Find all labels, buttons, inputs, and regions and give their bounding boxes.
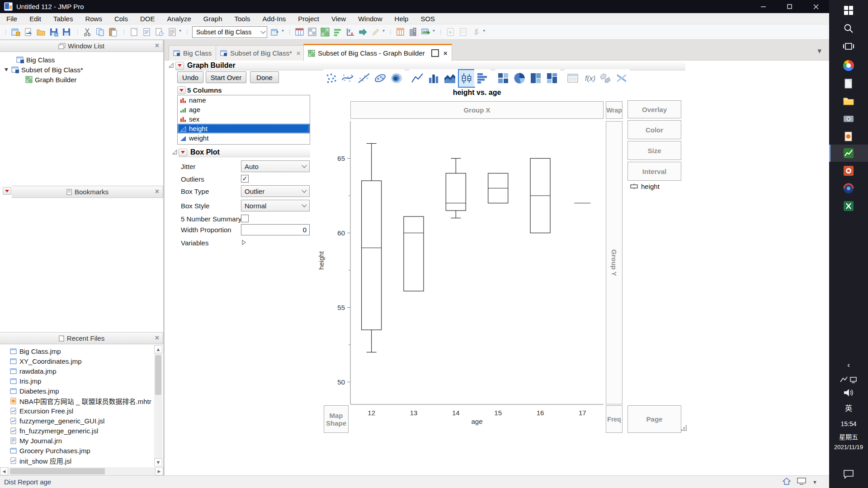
script-doc-icon[interactable] (458, 26, 469, 38)
add-image-icon[interactable] (420, 26, 432, 38)
color-drop-zone[interactable]: Color (627, 120, 681, 139)
element-box-plot-icon[interactable] (458, 69, 475, 88)
element-parallel-icon[interactable] (613, 69, 630, 87)
outliers-checkbox[interactable]: ✓ (241, 175, 249, 183)
jmp-app-icon[interactable] (829, 145, 868, 162)
orange-doc-app-icon[interactable] (829, 128, 868, 145)
interval-drop-zone[interactable]: Interval (627, 162, 681, 181)
element-formula-icon[interactable]: f(x) (581, 69, 597, 87)
window-list-item-graph-builder[interactable]: Graph Builder (25, 75, 77, 84)
search-icon[interactable] (829, 20, 868, 37)
graph-builder-red-triangle-menu[interactable] (175, 62, 184, 70)
element-bar-icon[interactable] (425, 69, 442, 87)
open-file-icon[interactable] (35, 26, 47, 38)
window-list-item-big-class[interactable]: Big Class (16, 55, 55, 64)
scroll-left-icon[interactable]: ◄ (0, 467, 8, 475)
freq-drop-zone[interactable]: Freq (606, 405, 623, 433)
element-contour-icon[interactable] (388, 69, 405, 87)
edit-pencil-icon[interactable] (370, 26, 382, 38)
element-heatmap-icon[interactable] (495, 69, 511, 87)
menu-rows[interactable]: Rows (85, 15, 102, 23)
box-type-dropdown[interactable]: Outlier (241, 185, 310, 197)
summary-table-icon[interactable] (307, 26, 318, 38)
jitter-dropdown[interactable]: Auto (241, 160, 310, 172)
column-item-weight[interactable]: weight (178, 133, 310, 143)
scroll-down-icon[interactable]: ▼ (154, 458, 162, 466)
close-tab-icon[interactable]: × (443, 49, 448, 57)
toolbar-overflow-icon[interactable]: ▾ (282, 28, 284, 33)
browser-app-icon[interactable] (829, 180, 868, 197)
menu-sos[interactable]: SOS (420, 15, 435, 23)
done-button[interactable]: Done (250, 71, 279, 83)
element-pie-icon[interactable] (511, 69, 528, 87)
window-list-item-subset[interactable]: Subset of Big Class* (4, 65, 83, 74)
recent-file-item[interactable]: Grocery Purchases.jmp (0, 446, 153, 455)
column-item-height[interactable]: height (178, 124, 310, 133)
design-table-icon[interactable] (395, 26, 406, 38)
toolbar-overflow-icon[interactable]: ▾ (382, 28, 385, 33)
clock-weekday[interactable]: 星期五 (829, 432, 868, 441)
powerpoint-app-icon[interactable] (829, 162, 868, 179)
recent-file-item[interactable]: rawdata.jmp (0, 366, 153, 376)
element-mosaic-icon[interactable] (544, 69, 560, 87)
wrap-drop-zone[interactable]: Wrap (606, 101, 623, 119)
copy-icon[interactable] (94, 26, 106, 38)
element-smoother-icon[interactable] (340, 69, 356, 87)
task-view-icon[interactable] (829, 38, 868, 55)
interval-variable-chip[interactable]: height (630, 183, 660, 190)
element-caption-box-icon[interactable] (565, 69, 581, 87)
recent-files-vertical-scrollbar[interactable]: ▲ ▼ (154, 345, 162, 466)
minimize-button[interactable] (750, 0, 777, 13)
file-explorer-icon[interactable] (829, 93, 868, 110)
recent-file-item[interactable]: init_show 应用.jsl (0, 455, 153, 465)
split-table-icon[interactable] (319, 26, 331, 38)
element-treemap-icon[interactable] (528, 69, 544, 87)
tray-status-icons[interactable] (829, 374, 868, 385)
recent-files-horizontal-scrollbar[interactable]: ◄ ► (0, 467, 163, 475)
menu-tools[interactable]: Tools (235, 15, 250, 23)
start-button-icon[interactable] (829, 2, 868, 19)
collapse-triangle-icon[interactable] (168, 62, 174, 68)
five-number-summary-checkbox[interactable] (241, 215, 249, 222)
resize-grip[interactable] (680, 425, 687, 432)
cut-icon[interactable] (82, 26, 94, 38)
width-proportion-input[interactable] (241, 224, 310, 235)
menu-view[interactable]: View (331, 15, 346, 23)
excel-app-icon[interactable] (829, 197, 868, 215)
menu-cols[interactable]: Cols (114, 15, 128, 23)
recent-file-item[interactable]: Diabetes.jmp (0, 386, 153, 396)
y-by-x-icon[interactable]: yx (344, 26, 356, 38)
run-script-icon[interactable] (445, 26, 457, 38)
save-as-icon[interactable] (48, 26, 60, 38)
menu-project[interactable]: Project (298, 15, 319, 23)
menu-file[interactable]: File (6, 15, 17, 23)
save-icon[interactable] (61, 26, 72, 38)
toolbar-overflow-icon[interactable]: ▾ (179, 28, 181, 33)
menu-add-ins[interactable]: Add-Ins (263, 15, 286, 23)
notification-center-icon[interactable] (829, 465, 868, 483)
tab-subset-of-big-class[interactable]: Subset of Big Class*× (216, 45, 305, 61)
scroll-up-icon[interactable]: ▲ (154, 345, 162, 353)
close-tab-icon[interactable]: × (297, 49, 301, 57)
column-item-age[interactable]: age (178, 105, 310, 114)
close-bookmarks-icon[interactable]: × (155, 188, 159, 196)
recent-file-item[interactable]: Excursion Free.jsl (0, 406, 153, 416)
ime-indicator[interactable]: 英 (829, 402, 868, 413)
box-plot-red-triangle-menu[interactable] (179, 149, 187, 156)
wrench-icon[interactable] (470, 26, 482, 38)
file-app-icon[interactable] (829, 75, 868, 92)
menu-edit[interactable]: Edit (29, 15, 41, 23)
new-journal-icon[interactable] (10, 26, 22, 38)
clock-time[interactable]: 15:54 (829, 420, 868, 427)
tab-graph-builder[interactable]: Subset of Big Class - Graph Builder × (303, 44, 452, 61)
clock-date[interactable]: 2021/11/19 (829, 444, 868, 450)
recent-file-item[interactable]: Big Class.jmp (0, 346, 153, 356)
tray-expand-chevron-icon[interactable]: ‹ (829, 361, 868, 370)
expander-icon[interactable] (4, 67, 9, 72)
history-icon[interactable] (154, 26, 165, 38)
scrollbar-thumb[interactable] (155, 355, 161, 395)
undock-tab-icon[interactable] (431, 49, 439, 57)
menu-help[interactable]: Help (395, 15, 409, 23)
maximize-button[interactable] (777, 0, 803, 13)
dock-home-icon[interactable] (783, 478, 791, 486)
